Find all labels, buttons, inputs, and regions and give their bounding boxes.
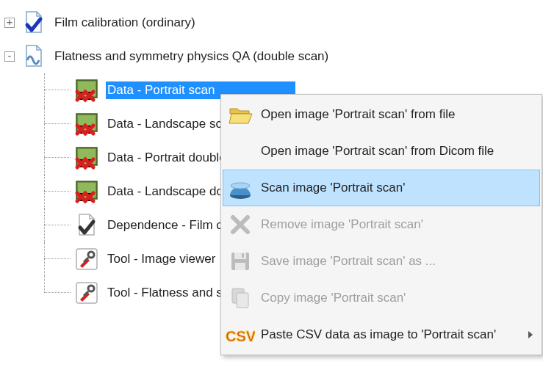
image-missing-icon xyxy=(73,111,100,137)
ctx-label: Save image 'Portrait scan' as ... xyxy=(261,254,533,269)
tree-connector-icon xyxy=(32,141,73,175)
svg-rect-15 xyxy=(234,253,246,259)
svg-rect-17 xyxy=(242,253,244,258)
ctx-label: Paste CSV data as image to 'Portrait sca… xyxy=(261,327,524,342)
blank-icon xyxy=(226,137,255,166)
save-icon xyxy=(226,247,255,276)
tree-connector-icon xyxy=(32,107,73,141)
ctx-label: Open image 'Portrait scan' from Dicom fi… xyxy=(261,144,533,159)
copy-icon xyxy=(226,283,255,313)
ctx-label: Scan image 'Portrait scan' xyxy=(261,181,533,195)
tree-connector-icon xyxy=(32,208,73,242)
ctx-open-from-file[interactable]: Open image 'Portrait scan' from file xyxy=(223,96,540,133)
image-missing-icon xyxy=(73,145,100,171)
image-missing-icon xyxy=(73,178,100,205)
delete-x-icon xyxy=(226,210,255,239)
ctx-label: Copy image 'Portrait scan' xyxy=(261,291,533,305)
tree-node-film-calibration[interactable]: + Film calibration (ordinary) xyxy=(4,6,543,40)
svg-text:CSV: CSV xyxy=(226,328,255,344)
ctx-paste-csv[interactable]: CSV Paste CSV data as image to 'Portrait… xyxy=(223,316,540,353)
tools-icon xyxy=(73,280,100,306)
tree-node-label: Tool - Image viewer xyxy=(106,250,220,268)
tree-node-label: Film calibration (ordinary) xyxy=(53,14,200,32)
ctx-scan-image[interactable]: Scan image 'Portrait scan' xyxy=(223,170,540,206)
svg-rect-19 xyxy=(237,293,248,308)
ctx-save-image-as: Save image 'Portrait scan' as ... xyxy=(223,243,540,280)
ctx-copy-image: Copy image 'Portrait scan' xyxy=(223,280,540,316)
image-missing-icon xyxy=(73,77,100,104)
svg-point-13 xyxy=(231,183,250,189)
expander-plus-icon[interactable]: + xyxy=(4,18,15,28)
tree-connector-icon xyxy=(32,276,73,310)
scanner-icon xyxy=(226,173,255,203)
submenu-arrow-icon xyxy=(528,331,533,338)
tree-connector-icon xyxy=(32,73,73,107)
tree-node-label: Flatness and symmetry physics QA (double… xyxy=(53,48,333,65)
ctx-label: Open image 'Portrait scan' from file xyxy=(261,107,533,122)
csv-icon: CSV xyxy=(226,320,255,349)
document-check-icon xyxy=(21,10,47,36)
expander-minus-icon[interactable]: - xyxy=(4,51,15,62)
document-check-grey-icon xyxy=(73,212,100,239)
tools-icon xyxy=(73,246,100,272)
svg-rect-16 xyxy=(235,263,245,270)
tree-node-flatness-symmetry[interactable]: - Flatness and symmetry physics QA (doub… xyxy=(4,40,543,73)
tree-connector-icon xyxy=(32,175,73,208)
ctx-open-from-dicom[interactable]: Open image 'Portrait scan' from Dicom fi… xyxy=(223,133,540,170)
context-menu: Open image 'Portrait scan' from file Ope… xyxy=(220,94,542,355)
folder-open-icon xyxy=(226,100,255,129)
tree-connector-icon xyxy=(32,242,73,276)
tree-node-label: Data - Portrait double xyxy=(106,149,231,167)
ctx-remove-image: Remove image 'Portrait scan' xyxy=(223,206,540,243)
ctx-label: Remove image 'Portrait scan' xyxy=(261,217,533,232)
document-wave-icon xyxy=(21,43,47,70)
